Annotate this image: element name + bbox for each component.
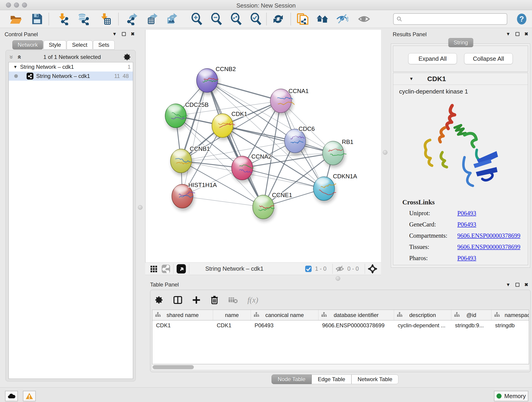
network-options-gear-icon[interactable] bbox=[123, 53, 131, 61]
edge-CCNA2-CDKN1A[interactable] bbox=[242, 168, 324, 189]
column-header--id[interactable]: @id bbox=[451, 310, 491, 320]
expand-all-networks-icon[interactable]: » bbox=[15, 55, 23, 59]
network-canvas[interactable]: CCNB2CCNA1CDC25BCDK1CDC6RB1CCNB1CCNA2CDK… bbox=[145, 30, 381, 262]
table-horizontal-scrollbar[interactable] bbox=[152, 364, 529, 370]
maximize-table-icon[interactable] bbox=[515, 283, 519, 287]
edge-CDK1-RB1[interactable] bbox=[222, 126, 333, 153]
table-options-gear-icon[interactable] bbox=[155, 296, 164, 304]
export-network-button[interactable] bbox=[126, 12, 139, 26]
open-session-button[interactable] bbox=[9, 12, 22, 26]
float-results-icon[interactable]: ▼ bbox=[506, 32, 510, 36]
tab-sets[interactable]: Sets bbox=[93, 40, 114, 50]
collection-expand-icon[interactable]: ▼ bbox=[13, 65, 17, 70]
column-header-namespace[interactable]: namespace bbox=[491, 310, 529, 320]
crosslink-link[interactable]: 9606.ENSP00000378699 bbox=[457, 243, 520, 250]
zoom-out-button[interactable] bbox=[210, 12, 223, 26]
crosslink-link[interactable]: P06493 bbox=[457, 210, 476, 217]
node-CDC25B[interactable] bbox=[165, 104, 188, 130]
show-columns-icon[interactable] bbox=[173, 295, 182, 305]
expand-all-button[interactable]: Expand All bbox=[408, 53, 457, 64]
help-button[interactable]: ? bbox=[515, 12, 528, 26]
column-header-canonical-name[interactable]: canonical name bbox=[251, 310, 318, 320]
column-header-description[interactable]: description bbox=[394, 310, 451, 320]
table-cell[interactable]: 9606.ENSP00000378699 bbox=[318, 320, 394, 331]
selected-nodes-checkbox-icon[interactable] bbox=[305, 265, 312, 272]
hidden-eye-icon[interactable] bbox=[336, 265, 344, 273]
edge-CCNB2-HIST1H1A[interactable] bbox=[182, 80, 207, 196]
float-panel-icon[interactable]: ▼ bbox=[112, 32, 117, 36]
search-box[interactable] bbox=[393, 13, 507, 25]
crosslink-link[interactable]: P06493 bbox=[457, 255, 476, 262]
node-CDC6[interactable] bbox=[285, 129, 307, 156]
collapse-all-networks-icon[interactable]: » bbox=[8, 55, 16, 59]
zoom-fit-button[interactable] bbox=[230, 12, 243, 26]
tab-node-table[interactable]: Node Table bbox=[272, 375, 312, 384]
grid-view-icon[interactable] bbox=[150, 265, 158, 273]
column-header-name[interactable]: name bbox=[213, 310, 251, 320]
import-table-button[interactable] bbox=[99, 12, 112, 26]
right-splitter-handle[interactable] bbox=[383, 150, 387, 155]
gene-collapse-icon[interactable]: ▼ bbox=[409, 76, 413, 81]
edge-HIST1H1A-CCNE1[interactable] bbox=[182, 196, 263, 207]
first-neighbors-button[interactable] bbox=[316, 12, 329, 26]
search-input[interactable] bbox=[404, 16, 500, 22]
hide-selected-button[interactable] bbox=[336, 12, 349, 26]
memory-button[interactable]: Memory bbox=[494, 391, 528, 401]
table-cell[interactable]: CDK1 bbox=[152, 320, 213, 331]
network-row-selected[interactable]: String Network – cdk1 11 48 bbox=[9, 71, 133, 81]
duplicate-network-button[interactable] bbox=[296, 12, 309, 26]
export-table-button[interactable] bbox=[146, 12, 159, 26]
node-CCNB2[interactable] bbox=[196, 69, 219, 95]
scrollbar-thumb[interactable] bbox=[152, 365, 194, 369]
delete-column-icon[interactable] bbox=[210, 295, 219, 305]
gene-header[interactable]: ▼ CDK1 bbox=[393, 73, 528, 85]
save-session-button[interactable] bbox=[30, 12, 44, 26]
zoom-selected-button[interactable] bbox=[249, 12, 263, 26]
maximize-results-icon[interactable] bbox=[515, 32, 519, 36]
tab-edge-table[interactable]: Edge Table bbox=[312, 375, 351, 384]
bottom-splitter-handle[interactable] bbox=[336, 276, 340, 281]
collapse-all-button[interactable]: Collapse All bbox=[464, 53, 513, 64]
crosslink-link[interactable]: 9606.ENSP00000378699 bbox=[457, 232, 520, 239]
warnings-button[interactable] bbox=[23, 391, 36, 401]
crosslink-label: Pharos: bbox=[409, 255, 457, 262]
maximize-panel-icon[interactable] bbox=[122, 32, 126, 36]
network-graph[interactable]: CCNB2CCNA1CDC25BCDK1CDC6RB1CCNB1CCNA2CDK… bbox=[146, 30, 381, 262]
table-cell[interactable]: cyclin-dependent ... bbox=[394, 320, 451, 331]
table-cell[interactable]: stringdb bbox=[491, 320, 529, 331]
close-panel-icon[interactable]: ✖ bbox=[131, 32, 135, 36]
fit-content-icon[interactable] bbox=[176, 264, 186, 274]
node-CDK1[interactable] bbox=[212, 114, 235, 140]
add-column-icon[interactable] bbox=[192, 296, 201, 304]
table-cell[interactable]: P06493 bbox=[251, 320, 318, 331]
close-table-icon[interactable]: ✖ bbox=[525, 282, 528, 287]
zoom-in-button[interactable] bbox=[190, 12, 203, 26]
tab-network-table[interactable]: Network Table bbox=[351, 375, 399, 384]
birdseye-view-icon[interactable] bbox=[368, 264, 377, 274]
tab-select[interactable]: Select bbox=[67, 40, 93, 50]
cloud-button[interactable] bbox=[5, 391, 18, 401]
node-CCNE1[interactable] bbox=[253, 195, 275, 222]
table-cell[interactable]: CDK1 bbox=[213, 320, 251, 331]
table-row[interactable]: CDK1CDK1P064939606.ENSP00000378699cyclin… bbox=[152, 320, 529, 331]
float-table-icon[interactable]: ▼ bbox=[506, 282, 510, 287]
tab-string[interactable]: String bbox=[448, 38, 473, 47]
tab-style[interactable]: Style bbox=[44, 40, 66, 50]
tab-network[interactable]: Network bbox=[12, 40, 43, 50]
node-CCNA2[interactable] bbox=[232, 156, 254, 183]
network-view-icon[interactable] bbox=[161, 264, 171, 274]
close-results-icon[interactable]: ✖ bbox=[525, 32, 528, 36]
import-database-icon bbox=[78, 13, 90, 25]
import-network-button[interactable] bbox=[57, 12, 70, 26]
refresh-button[interactable] bbox=[272, 12, 285, 26]
left-splitter-handle[interactable] bbox=[138, 205, 143, 210]
column-header-database-identifier[interactable]: database identifier bbox=[318, 310, 394, 320]
column-header-shared-name[interactable]: shared name bbox=[152, 310, 213, 320]
show-all-button[interactable] bbox=[357, 12, 371, 26]
import-database-button[interactable] bbox=[77, 12, 91, 26]
crosslink-link[interactable]: P06493 bbox=[457, 221, 476, 228]
table-cell[interactable]: stringdb:9... bbox=[451, 320, 491, 331]
network-collection-row[interactable]: ▼ String Network – cdk1 1 bbox=[9, 62, 133, 71]
node-CDKN1A[interactable] bbox=[313, 177, 336, 203]
export-image-button[interactable] bbox=[165, 12, 179, 26]
